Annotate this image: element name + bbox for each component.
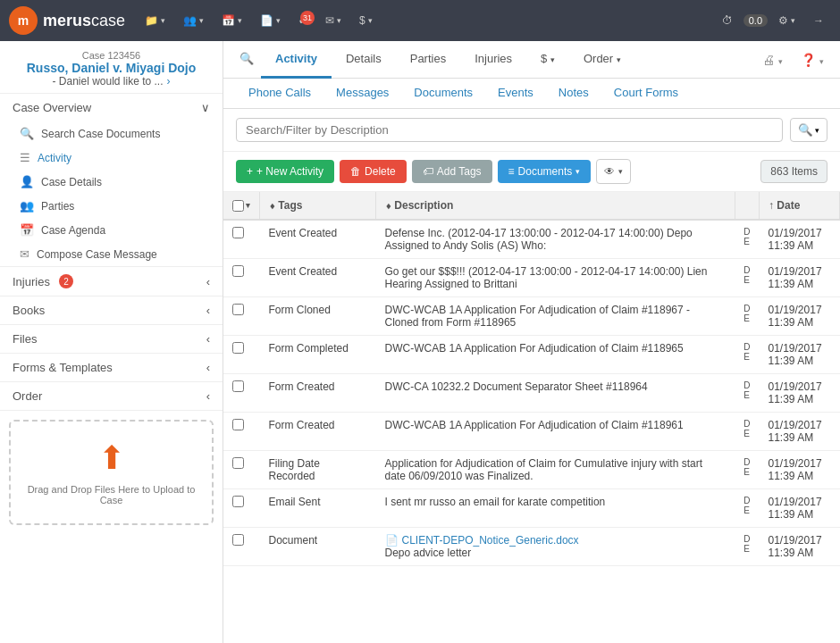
table-row: Event CreatedDefense Inc. (2012-04-17 13… [223,220,840,259]
folder-nav-btn[interactable]: 📁 ▾ [138,11,172,30]
delete-btn[interactable]: 🗑 Delete [340,160,407,183]
row-checkbox[interactable] [232,227,244,238]
dollar-nav-btn[interactable]: $ ▾ [352,11,380,30]
tab-activity-icon[interactable]: 🔍 [232,41,261,79]
print-btn[interactable]: 🖨 ▾ [755,47,790,72]
row-checkbox[interactable] [232,419,244,430]
col-header-check: ▾ [223,192,260,220]
help-btn[interactable]: ❓ ▾ [794,47,831,72]
daniel-expand-icon[interactable]: › [167,75,171,88]
file-subtitle: Depo advice letter [385,547,727,559]
files-header[interactable]: Files ‹ [0,325,223,353]
row-de: DE [735,259,759,297]
daniel-message: - Daniel would like to ... › [13,75,210,88]
sidebar-item-search-docs[interactable]: 🔍 Search Case Documents [0,121,223,146]
mail-nav-btn[interactable]: ✉ ▾ [318,11,349,30]
logo[interactable]: m meruscase [9,6,125,35]
activity-table: ▾ ⬧ Tags ⬧ Description ↑ Date [223,192,840,566]
row-tags: Event Created [260,220,376,259]
tab-details[interactable]: Details [332,41,396,79]
row-checkbox[interactable] [232,265,244,277]
col-header-description[interactable]: ⬧ Description [376,192,735,220]
drop-zone[interactable]: ⬆ Drag and Drop Files Here to Upload to … [9,420,214,525]
new-activity-btn[interactable]: + + New Activity [236,160,334,183]
eye-btn[interactable]: 👁 ▾ [596,159,631,184]
doc-file-icon: 📄 [385,534,399,547]
injuries-chevron-icon: ‹ [206,275,210,288]
forms-templates-header[interactable]: Forms & Templates ‹ [0,354,223,381]
row-description: DWC-CA 10232.2 Document Separator Sheet … [376,374,735,413]
eye-dropdown-icon: ▾ [618,167,623,176]
row-checkbox[interactable] [232,457,244,469]
row-tags: Form Created [260,374,376,413]
sub-nav-events[interactable]: Events [485,79,546,108]
tab-activity[interactable]: Activity [261,41,332,79]
tags-sort-icon: ⬧ [269,199,275,212]
tab-parties[interactable]: Parties [396,41,460,79]
row-date: 01/19/201711:39 AM [760,336,840,374]
tab-injuries[interactable]: Injuries [460,41,526,79]
documents-btn[interactable]: ≡ Documents ▾ [498,160,592,183]
order-section: Order ‹ [0,382,223,411]
file-link[interactable]: 📄CLIENT-DEPO_Notice_Generic.docx [385,534,579,547]
case-info: Case 123456 Russo, Daniel v. Miyagi Dojo… [0,41,223,94]
row-de: DE [735,297,759,336]
table-header-row: ▾ ⬧ Tags ⬧ Description ↑ Date [223,192,840,220]
col-header-date[interactable]: ↑ Date [760,192,840,220]
add-tags-btn[interactable]: 🏷 Add Tags [412,160,492,183]
row-de: DE [735,220,759,259]
row-checkbox[interactable] [232,496,244,507]
sidebar-item-case-agenda[interactable]: 📅 Case Agenda [0,218,223,242]
tab-order[interactable]: Order ▾ [569,41,635,79]
order-header[interactable]: Order ‹ [0,382,223,410]
forms-templates-chevron-icon: ‹ [206,361,210,374]
table-row: Form CreatedDWC-WCAB 1A Application For … [223,413,840,451]
select-all-checkbox[interactable] [232,200,244,212]
search-input[interactable] [236,118,783,142]
row-checkbox[interactable] [232,534,244,546]
time-oval-badge: 0.0 [743,14,768,27]
main-layout: Case 123456 Russo, Daniel v. Miyagi Dojo… [0,41,840,643]
case-name[interactable]: Russo, Daniel v. Miyagi Dojo [13,61,210,75]
sub-nav-messages[interactable]: Messages [323,79,401,108]
search-filter-btn[interactable]: 🔍 ▾ [790,118,827,142]
tab-dollar[interactable]: $ ▾ [526,41,569,79]
sidebar-item-case-details[interactable]: 👤 Case Details [0,170,223,194]
injuries-header[interactable]: Injuries 2 ‹ [0,267,223,296]
row-description: Defense Inc. (2012-04-17 13:00:00 - 2012… [376,220,735,259]
row-tags: Document [260,528,376,566]
col-header-tags[interactable]: ⬧ Tags [260,192,376,220]
row-date: 01/19/201711:39 AM [760,451,840,489]
sidebar-item-activity[interactable]: ☰ Activity [0,146,223,170]
parties-icon: 👥 [20,199,34,213]
search-btn-icon: 🔍 [798,123,813,137]
signout-nav-btn[interactable]: → [806,11,831,30]
row-date: 01/19/201711:39 AM [760,374,840,413]
case-overview-header[interactable]: Case Overview ∨ [0,94,223,121]
sidebar-item-parties[interactable]: 👥 Parties [0,194,223,218]
document-nav-btn[interactable]: 📄 ▾ [253,11,288,30]
sub-nav-documents[interactable]: Documents [401,79,485,108]
table-body: Event CreatedDefense Inc. (2012-04-17 13… [223,220,840,566]
sub-nav-phone-calls[interactable]: Phone Calls [236,79,323,108]
table-row: Form CompletedDWC-WCAB 1A Application Fo… [223,336,840,374]
check-nav-btn[interactable]: ✔ 31 [291,11,315,30]
top-navigation: m meruscase 📁 ▾ 👥 ▾ 📅 ▾ 📄 ▾ ✔ 31 ✉ ▾ $ ▾… [0,0,840,41]
row-checkbox[interactable] [232,304,244,315]
people-nav-btn[interactable]: 👥 ▾ [176,11,211,30]
order-chevron-icon: ‹ [206,389,210,403]
row-checkbox[interactable] [232,380,244,392]
books-header[interactable]: Books ‹ [0,296,223,324]
timer-nav-btn[interactable]: ⏱ [715,11,740,30]
table-row: Event CreatedGo get our $$$!!! (2012-04-… [223,259,840,297]
sub-nav-notes[interactable]: Notes [546,79,601,108]
row-checkbox[interactable] [232,342,244,354]
check-dropdown-icon[interactable]: ▾ [246,201,250,210]
calendar-nav-btn[interactable]: 📅 ▾ [214,11,249,30]
row-description: DWC-WCAB 1A Application For Adjudication… [376,297,735,336]
sub-nav-court-forms[interactable]: Court Forms [601,79,691,108]
row-date: 01/19/201711:39 AM [760,413,840,451]
case-agenda-label: Case Agenda [41,224,105,237]
settings-nav-btn[interactable]: ⚙ ▾ [771,11,802,30]
sidebar-item-compose-message[interactable]: ✉ Compose Case Message [0,242,223,266]
